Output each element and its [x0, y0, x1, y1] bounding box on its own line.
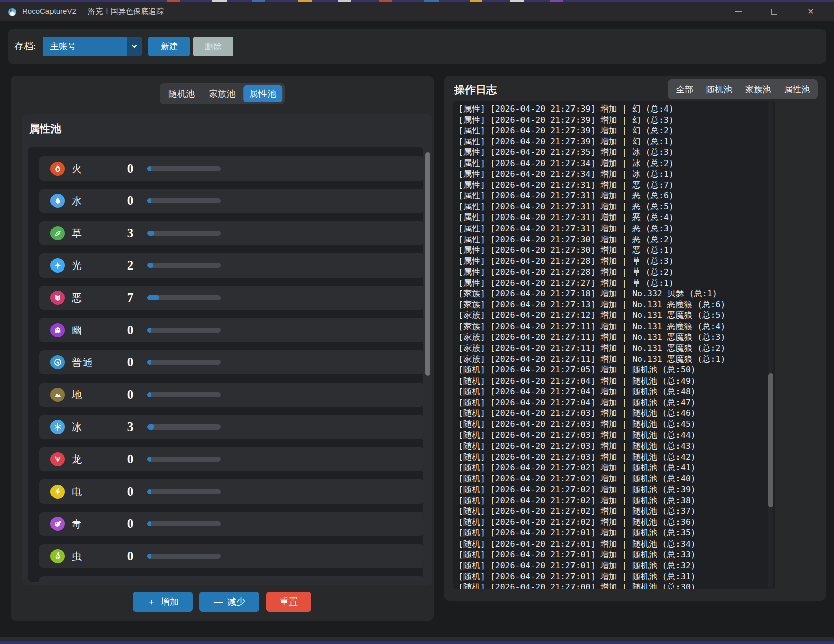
grass-icon [50, 226, 65, 240]
type-count: 0 [114, 512, 146, 536]
new-archive-button[interactable]: 新建 [148, 37, 190, 56]
progress-bar-fill [147, 489, 151, 494]
app-window: RocoCaptureV2 — 洛克王国异色保底追踪 ✕ 存档: 主账号 新建 … [0, 0, 834, 644]
log-entry: [家族] [2026-04-20 21:27:11] 增加 | No.131 恶… [458, 321, 775, 332]
progress-bar-fill [147, 328, 151, 333]
chevron-down-icon [127, 37, 142, 56]
log-scrollbar-thumb[interactable] [768, 373, 773, 507]
log-entry: [随机] [2026-04-20 21:27:01] 增加 | 随机池 (总:3… [458, 527, 775, 539]
delete-archive-button[interactable]: 删除 [193, 37, 233, 56]
progress-bar [147, 166, 221, 171]
maximize-icon [771, 9, 777, 15]
bottom-edge-strip [0, 641, 834, 644]
plus-icon: ＋ [147, 597, 156, 606]
toolbar: 存档: 主账号 新建 删除 [8, 29, 826, 64]
ghost-icon [50, 323, 65, 337]
type-count: 0 [114, 479, 146, 504]
log-entry: [属性] [2026-04-20 21:27:35] 增加 | 冰 (总:3) [458, 147, 775, 158]
type-label: 地 [72, 383, 83, 407]
progress-bar-fill [147, 198, 151, 203]
log-entry: [家族] [2026-04-20 21:27:12] 增加 | No.131 恶… [458, 310, 775, 321]
log-entry: [随机] [2026-04-20 21:27:01] 增加 | 随机池 (总:3… [458, 571, 775, 582]
pool-row-light: 光2 [39, 253, 423, 278]
log-entry: [属性] [2026-04-20 21:27:28] 增加 | 草 (总:2) [458, 266, 775, 278]
decrease-button[interactable]: — 减少 [199, 592, 259, 612]
type-label: 电 [72, 479, 83, 504]
pool-row-dragon: 龙0 [39, 447, 423, 471]
type-label: 普通 [72, 350, 94, 374]
log-filter-3[interactable]: 属性池 [784, 84, 810, 95]
type-count: 0 [114, 350, 146, 374]
pool-list-scrollbar[interactable] [425, 152, 430, 376]
log-entry: [随机] [2026-04-20 21:27:02] 增加 | 随机池 (总:3… [458, 506, 775, 517]
normal-icon [50, 355, 65, 369]
pool-row-grass: 草3 [39, 221, 423, 245]
tab-random-pool[interactable]: 随机池 [162, 85, 201, 102]
log-filter-group: 全部随机池家族池属性池 [668, 79, 818, 99]
attribute-pool-list: 火0水0草3光2恶7幽0普通0地0冰3龙0电0毒0虫0 [28, 147, 423, 582]
titlebar: RocoCaptureV2 — 洛克王国异色保底追踪 ✕ [0, 2, 834, 21]
progress-bar [147, 231, 221, 236]
close-icon: ✕ [807, 8, 814, 16]
progress-bar [147, 328, 221, 333]
close-button[interactable]: ✕ [807, 8, 815, 16]
log-panel-title: 操作日志 [454, 83, 497, 97]
minimize-button[interactable] [734, 8, 742, 16]
log-entry: [随机] [2026-04-20 21:27:02] 增加 | 随机池 (总:3… [458, 517, 775, 528]
water-icon [50, 194, 65, 208]
fire-icon [50, 162, 65, 176]
electric-icon [50, 485, 65, 499]
progress-bar [147, 554, 221, 559]
log-entry: [随机] [2026-04-20 21:27:05] 增加 | 随机池 (总:5… [458, 364, 775, 375]
log-entry: [属性] [2026-04-20 21:27:34] 增加 | 冰 (总:2) [458, 158, 775, 169]
log-entry: [属性] [2026-04-20 21:27:31] 增加 | 恶 (总:3) [458, 223, 775, 234]
log-entry: [随机] [2026-04-20 21:27:03] 增加 | 随机池 (总:4… [458, 452, 775, 463]
type-count: 7 [114, 286, 146, 310]
pool-row-fire: 火0 [39, 156, 423, 181]
log-entry: [属性] [2026-04-20 21:27:39] 增加 | 幻 (总:2) [458, 125, 775, 136]
tab-family-pool[interactable]: 家族池 [203, 85, 242, 102]
ground-icon [50, 388, 65, 402]
log-entry: [家族] [2026-04-20 21:27:11] 增加 | No.131 恶… [458, 343, 775, 354]
log-scrollbar-track [768, 101, 773, 589]
type-count: 2 [114, 253, 146, 278]
archive-select[interactable]: 主账号 [43, 37, 142, 56]
progress-bar-fill [147, 360, 151, 365]
log-entry: [随机] [2026-04-20 21:27:02] 增加 | 随机池 (总:4… [458, 462, 775, 473]
log-entry: [家族] [2026-04-20 21:27:18] 增加 | No.332 贝… [458, 288, 775, 299]
type-label: 虫 [72, 544, 83, 568]
progress-bar [147, 198, 221, 203]
type-label: 毒 [72, 512, 83, 536]
progress-bar-fill [147, 263, 153, 268]
log-filter-0[interactable]: 全部 [676, 84, 693, 95]
tab-attribute-pool[interactable]: 属性池 [243, 85, 282, 102]
type-count: 3 [114, 221, 146, 245]
increase-button[interactable]: ＋ 增加 [133, 592, 193, 612]
maximize-button[interactable] [770, 8, 778, 16]
progress-bar-fill [147, 521, 151, 526]
progress-bar [147, 295, 221, 300]
pool-row-ground: 地0 [39, 383, 423, 407]
pool-row-evil: 恶7 [39, 286, 423, 310]
log-entry: [随机] [2026-04-20 21:27:02] 增加 | 随机池 (总:3… [458, 484, 775, 495]
type-count: 0 [114, 156, 146, 181]
progress-bar [147, 521, 221, 526]
log-filter-1[interactable]: 随机池 [706, 84, 732, 95]
progress-bar [147, 424, 221, 430]
increase-label: 增加 [161, 596, 179, 608]
reset-button[interactable]: 重置 [266, 592, 311, 612]
pool-row-electric: 电0 [39, 479, 423, 504]
log-entry: [随机] [2026-04-20 21:27:02] 增加 | 随机池 (总:3… [458, 495, 775, 506]
progress-bar [147, 263, 221, 268]
log-entry: [随机] [2026-04-20 21:27:04] 增加 | 随机池 (总:4… [458, 375, 775, 387]
minimize-icon [735, 11, 742, 12]
type-label: 恶 [72, 286, 83, 310]
type-label: 光 [72, 253, 83, 278]
pool-row-poison: 毒0 [39, 512, 423, 536]
type-count: 0 [114, 544, 146, 568]
type-label: 龙 [72, 447, 83, 471]
dragon-icon [50, 452, 65, 466]
type-label: 火 [72, 156, 83, 181]
log-filter-2[interactable]: 家族池 [745, 84, 771, 95]
progress-bar [147, 489, 221, 494]
